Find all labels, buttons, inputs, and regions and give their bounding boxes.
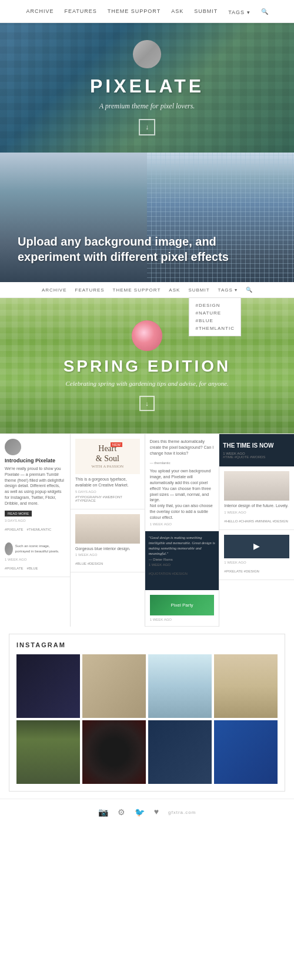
pixel-party-label: Pixel Party	[171, 602, 193, 608]
instagram-photo-6[interactable]	[82, 720, 146, 784]
typography-image: Heart& Soul WITH A PASSION NEW	[75, 439, 140, 474]
avatar-image	[133, 40, 161, 68]
pixel-party-image: Pixel Party	[150, 595, 215, 615]
search-icon[interactable]: 🔍	[261, 8, 268, 15]
typo-tags: #TYPOGRAPHY #WEBFONT #TYPEFACE	[75, 495, 139, 502]
social-image: ▶	[224, 535, 289, 558]
hero-subtitle: A premium theme for pixel lovers.	[99, 102, 195, 111]
interior-image	[75, 514, 140, 544]
new-badge: NEW	[111, 442, 122, 447]
instagram-photo-4[interactable]	[214, 654, 278, 718]
spring-avatar-image	[132, 320, 162, 351]
mountain-section: Upload any background image, and experim…	[0, 153, 294, 282]
instagram-photo-8[interactable]	[214, 720, 278, 784]
quote-text: "Good design is making something intelli…	[149, 535, 216, 556]
blog-grid: Introducing Pixelate We're really proud …	[0, 433, 294, 627]
instagram-photo-5[interactable]	[16, 720, 80, 784]
ask-answer2: Not only that, you can also choose the o…	[150, 503, 215, 520]
time-text: THE TIME IS NOW	[223, 442, 290, 449]
tag-nature[interactable]: #NATURE	[195, 309, 235, 317]
tag-themlantic[interactable]: #THEMLANTIC	[27, 528, 52, 531]
mountain-text-block: Upload any background image, and experim…	[0, 234, 294, 264]
intro-body: We're really proud to show you Pixelate …	[5, 466, 65, 506]
hero-section: PIXELATE A premium theme for pixel lover…	[0, 23, 294, 153]
nav-ask[interactable]: ASK	[171, 8, 183, 14]
footer: 📷 ⚙ 🐦 ♥ gfxtra.com	[0, 799, 294, 826]
heart-footer-icon[interactable]: ♥	[154, 807, 159, 817]
read-more-button[interactable]: READ MORE	[5, 511, 32, 517]
tag-blue2[interactable]: #BLUE	[27, 567, 38, 570]
ask-attribution: — themlantic	[150, 461, 171, 465]
quote-card: "Good design is making something intelli…	[145, 531, 219, 590]
twitter-footer-icon[interactable]: 🐦	[135, 807, 145, 817]
spring-title: SPRING EDITION	[64, 357, 231, 376]
time-tags: #TIME #QUOTE #WORDS	[223, 455, 289, 459]
nav-submit[interactable]: SUBMIT	[194, 8, 218, 14]
tag-blue[interactable]: #BLUE	[195, 317, 235, 325]
interior-tags: #BLUE #DESIGN	[75, 562, 103, 565]
interior-card: Gorgeous blue interior design. 1 WEEK AG…	[71, 509, 145, 573]
spring-nav-submit[interactable]: SUBMIT	[188, 287, 209, 293]
nav-tags-label[interactable]: TAGS ▾	[228, 9, 250, 15]
ask-meta: 1 WEEK AGO	[150, 522, 215, 526]
spring-subtitle: Celebrating spring with gardening tips a…	[65, 379, 228, 388]
post-tags: #PIXELATE #BLUE	[5, 561, 65, 572]
spring-nav-archive[interactable]: ARCHIVE	[42, 287, 67, 293]
time-card: THE TIME IS NOW 1 WEEK AGO #TIME #QUOTE …	[219, 434, 294, 466]
nav-tags[interactable]: TAGS ▾	[228, 6, 250, 16]
main-nav: ARCHIVE FEATURES THEME SUPPORT ASK SUBMI…	[0, 0, 294, 23]
tag-pixelate[interactable]: #PIXELATE	[5, 528, 24, 531]
chairs-desc: Interior design of the future. Lovely.	[224, 503, 289, 509]
intro-tags: #PIXELATE #THEMLANTIC	[5, 522, 65, 533]
spring-nav-features[interactable]: FEATURES	[75, 287, 105, 293]
instagram-photo-7[interactable]	[148, 720, 212, 784]
heart-soul-text: Heart& Soul WITH A PASSION	[92, 444, 124, 469]
hero-scroll-button[interactable]: ↓	[139, 119, 155, 135]
post-avatar	[5, 542, 13, 555]
mountain-heading: Upload any background image, and experim…	[18, 234, 276, 264]
instagram-footer-icon[interactable]: 📷	[98, 807, 108, 817]
quote-tags: #QUOTATION #DESIGN	[149, 572, 188, 575]
pixel-party-card: Pixel Party 1 WEEK AGO	[145, 590, 219, 627]
quote-meta: 1 WEEK AGO	[149, 563, 216, 567]
spring-nav-tags[interactable]: TAGS ▾	[218, 287, 238, 293]
tag-pixelate2[interactable]: #PIXELATE	[5, 567, 24, 570]
ask-card: Does this theme automatically create the…	[145, 434, 219, 531]
ask-question: Does this theme automatically create the…	[150, 439, 215, 456]
tag-design[interactable]: #DESIGN	[195, 302, 235, 309]
instagram-container: INSTAGRAM	[9, 634, 285, 792]
intro-card: Introducing Pixelate We're really proud …	[0, 434, 70, 538]
spring-scroll-button[interactable]: ↓	[139, 396, 155, 411]
spring-search-icon[interactable]: 🔍	[246, 287, 252, 293]
down-arrow-icon: ↓	[145, 123, 149, 132]
tags-dropdown-menu: #DESIGN #NATURE #BLUE #THEMLANTIC	[189, 297, 241, 336]
settings-footer-icon[interactable]: ⚙	[118, 807, 125, 817]
quote-author: — Dieter Rams	[149, 558, 216, 561]
pixel-party-meta: 1 WEEK AGO	[150, 618, 215, 621]
blog-column-3: Does this theme automatically create the…	[145, 434, 220, 627]
spring-hero-section: SPRING EDITION Celebrating spring with g…	[0, 298, 294, 433]
instagram-photo-2[interactable]	[82, 654, 146, 718]
chairs-image	[224, 471, 289, 501]
spring-nav-ask[interactable]: ASK	[169, 287, 180, 293]
blog-column-4: THE TIME IS NOW 1 WEEK AGO #TIME #QUOTE …	[219, 434, 294, 627]
footer-brand: gfxtra.com	[168, 810, 196, 815]
spring-nav: ARCHIVE FEATURES THEME SUPPORT ASK SUBMI…	[0, 282, 294, 298]
tag-themlantic[interactable]: #THEMLANTIC	[195, 325, 235, 332]
typo-meta: 5 DAYS AGO	[75, 490, 140, 494]
intro-title: Introducing Pixelate	[5, 458, 65, 463]
post-text: Such an iconic image, portrayed in beaut…	[15, 544, 65, 554]
nav-archive[interactable]: ARCHIVE	[26, 8, 54, 14]
social-icon: ▶	[253, 541, 260, 551]
spring-nav-theme-support[interactable]: THEME SUPPORT	[113, 287, 161, 293]
instagram-photo-3[interactable]	[148, 654, 212, 718]
typography-card: Heart& Soul WITH A PASSION NEW This is a…	[71, 434, 145, 509]
nav-features[interactable]: FEATURES	[64, 8, 96, 14]
avatar	[133, 40, 161, 68]
instagram-photo-1[interactable]	[16, 654, 80, 718]
spring-avatar	[132, 320, 162, 351]
nav-theme-support[interactable]: THEME SUPPORT	[108, 8, 161, 14]
instagram-section: INSTAGRAM	[0, 627, 294, 799]
blog-column-1: Introducing Pixelate We're really proud …	[0, 434, 71, 627]
avatar-post-card: Such an iconic image, portrayed in beaut…	[0, 538, 70, 577]
